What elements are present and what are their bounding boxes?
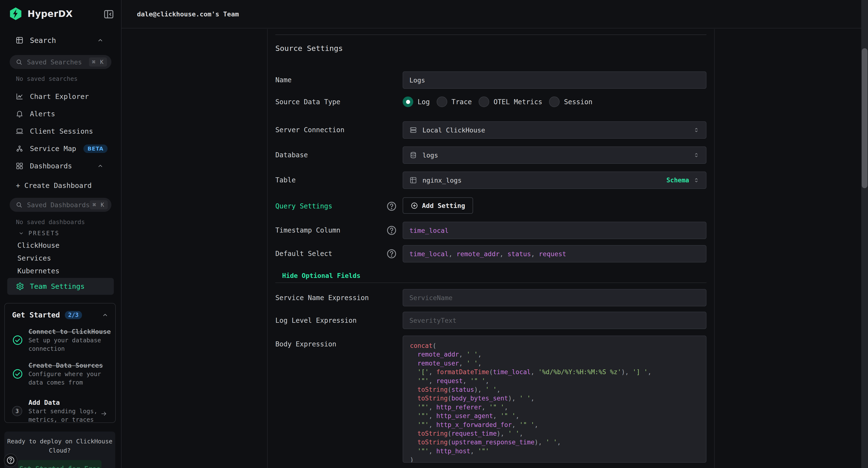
code-token: ,	[482, 404, 489, 411]
panel-divider-right	[714, 29, 715, 468]
radio-otel-metrics[interactable]: OTEL Metrics	[478, 96, 542, 107]
add-setting-button[interactable]: Add Setting	[403, 197, 473, 214]
shortcut-badge: ⌘ K	[90, 200, 108, 209]
chevron-up-icon[interactable]	[97, 163, 104, 169]
table-value: nginx_logs	[423, 177, 462, 184]
gear-icon	[16, 282, 24, 290]
sidebar: HyperDX Search Saved Searches ⌘ K No sav…	[0, 0, 122, 468]
get-started-step-add-data[interactable]: 3Add DataStart sending logs,metrics, or …	[12, 398, 108, 423]
code-token: ),	[497, 430, 508, 437]
radio-label: Session	[564, 98, 592, 106]
radio-trace[interactable]: Trace	[437, 96, 472, 107]
code-token: ,	[429, 377, 436, 384]
code-token: ,	[478, 360, 482, 367]
check-circle-icon	[12, 369, 23, 379]
code-token: '] '	[633, 369, 648, 376]
search-icon	[16, 201, 23, 208]
code-token	[410, 386, 417, 393]
get-started-title: Get Started	[12, 311, 60, 319]
radio-log[interactable]: Log	[403, 96, 430, 107]
code-line: toString(status), ' ',	[410, 385, 699, 394]
query-settings-label: Query Settings	[275, 202, 332, 211]
bell-icon	[16, 110, 24, 118]
presets-toggle[interactable]: PRESETS	[18, 230, 60, 237]
sidebar-item-chart-explorer[interactable]: Chart Explorer	[0, 88, 121, 105]
code-token: concat	[410, 342, 433, 349]
chevron-up-icon[interactable]	[102, 312, 108, 318]
code-token	[410, 369, 417, 376]
sidebar-item-label: Service Map	[30, 145, 76, 153]
code-token: ,	[470, 447, 478, 455]
brand[interactable]: HyperDX	[9, 7, 73, 21]
name-label: Name	[275, 76, 291, 84]
code-line: '"', request, '" ',	[410, 377, 699, 385]
server-connection-select[interactable]: Local ClickHouse	[403, 121, 707, 139]
help-button[interactable]	[4, 454, 18, 467]
panel-divider-left	[267, 29, 268, 468]
preset-item-services[interactable]: Services	[18, 254, 51, 262]
sidebar-item-alerts[interactable]: Alerts	[0, 105, 121, 122]
default-select-input[interactable]: time_local, remote_addr, status, request	[403, 245, 707, 262]
get-started-free-button[interactable]: Get Started for Free	[18, 460, 101, 468]
body-expression-label: Body Expression	[275, 340, 336, 349]
timestamp-column-input[interactable]: time_local	[403, 222, 707, 239]
code-token: ,	[531, 250, 539, 258]
saved-dashboards-input[interactable]: Saved Dashboards ⌘ K	[10, 198, 112, 212]
help-circle-icon[interactable]	[386, 225, 397, 236]
sidebar-item-dashboards[interactable]: Dashboards	[0, 157, 121, 175]
code-token: ),	[534, 439, 546, 446]
code-token: ,	[429, 412, 436, 419]
default-select-label: Default Select	[275, 250, 332, 258]
chevron-up-down-icon	[693, 177, 700, 183]
sidebar-collapse-icon[interactable]	[103, 9, 114, 20]
server-icon	[409, 126, 417, 134]
code-line: toString(request_time), ' ',	[410, 429, 699, 438]
service-name-expression-input[interactable]: ServiceName	[403, 289, 707, 306]
hide-optional-fields-link[interactable]: Hide Optional Fields	[282, 272, 361, 280]
laptop-icon	[16, 127, 24, 135]
sidebar-item-client-sessions[interactable]: Client Sessions	[0, 122, 121, 140]
saved-searches-input[interactable]: Saved Searches ⌘ K	[10, 55, 112, 69]
dashboards-grid-icon	[16, 162, 24, 170]
get-started-step-create-data-sources[interactable]: Create Data SourcesConfigure where yourd…	[12, 361, 108, 387]
database-select[interactable]: logs	[403, 146, 707, 164]
log-level-expression-input[interactable]: SeverityText	[403, 312, 707, 329]
body-expression-editor[interactable]: concat( remote_addr, ' ', remote_user, '…	[403, 335, 707, 463]
radio-circle-icon[interactable]	[478, 96, 489, 107]
radio-session[interactable]: Session	[549, 96, 592, 107]
sidebar-item-service-map[interactable]: Service MapBETA	[0, 140, 121, 157]
radio-circle-icon[interactable]	[549, 96, 560, 107]
radio-circle-icon[interactable]	[437, 96, 447, 107]
create-dashboard-button[interactable]: + Create Dashboard	[16, 181, 92, 189]
code-token: http_x_forwarded_for	[436, 421, 512, 429]
help-circle-icon[interactable]	[386, 248, 397, 259]
server-connection-label: Server Connection	[275, 126, 345, 135]
table-select[interactable]: nginx_logs Schema	[403, 172, 707, 189]
preset-item-kubernetes[interactable]: Kubernetes	[18, 267, 60, 275]
name-input[interactable]: Logs	[403, 71, 707, 89]
question-circle-icon	[6, 456, 15, 465]
chevron-up-icon[interactable]	[97, 37, 104, 43]
sidebar-item-team-settings[interactable]: Team Settings	[7, 278, 114, 295]
log-level-expression-label: Log Level Expression	[275, 316, 356, 325]
preset-item-clickhouse[interactable]: ClickHouse	[18, 241, 60, 250]
step-text: Create Data SourcesConfigure where yourd…	[28, 361, 103, 387]
code-token: ),	[474, 386, 485, 393]
code-token: (	[448, 386, 452, 393]
radio-circle-icon[interactable]	[403, 96, 413, 107]
sidebar-section-search[interactable]: Search	[0, 35, 121, 46]
section-rule	[275, 34, 707, 35]
get-started-step-connect-clickhouse[interactable]: Connect to ClickHouseSet up your databas…	[12, 327, 108, 353]
help-circle-icon[interactable]	[386, 201, 397, 211]
code-token: ,	[429, 404, 436, 411]
arrow-right-icon[interactable]	[100, 410, 107, 417]
server-connection-value: Local ClickHouse	[423, 126, 485, 134]
code-token: ,	[497, 386, 500, 393]
step-number-badge: 3	[12, 406, 23, 416]
scrollbar-track[interactable]	[861, 0, 868, 468]
code-token: request	[436, 377, 463, 384]
code-token: (	[448, 394, 452, 402]
schema-link[interactable]: Schema	[666, 177, 689, 184]
scrollbar-thumb[interactable]	[862, 48, 868, 188]
code-token: ,	[463, 377, 470, 384]
